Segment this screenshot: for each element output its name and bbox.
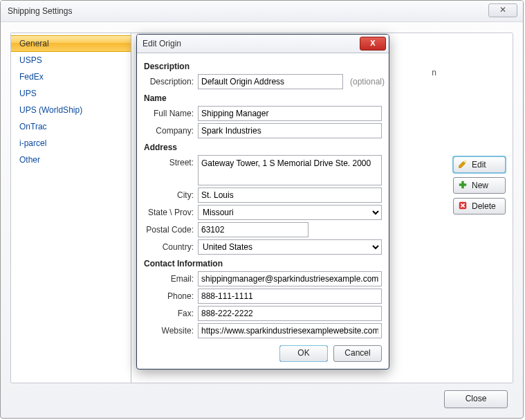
sidebar-item-ups[interactable]: UPS — [11, 85, 131, 102]
edit-button-label: Edit — [472, 160, 486, 170]
window-titlebar: Shipping Settings ✕ — [1, 1, 523, 22]
plus-icon — [458, 180, 468, 192]
delete-button[interactable]: Delete — [453, 198, 506, 214]
new-button[interactable]: New — [453, 177, 506, 194]
dialog-buttons: OK Cancel — [144, 345, 382, 362]
fullname-label: Full Name: — [144, 109, 194, 118]
sidebar-item-general[interactable]: General — [11, 35, 131, 52]
state-label: State \ Prov: — [144, 208, 194, 217]
website-label: Website: — [144, 326, 194, 336]
phone-input[interactable] — [198, 289, 382, 304]
svg-rect-1 — [459, 183, 467, 186]
edit-origin-dialog: Edit Origin X Description Description: (… — [136, 34, 389, 369]
fullname-input[interactable] — [198, 106, 382, 121]
dialog-body: Description Description: (optional) Name… — [137, 53, 389, 369]
city-label: City: — [144, 190, 194, 200]
sidebar-item-ups-worldship[interactable]: UPS (WorldShip) — [11, 102, 131, 118]
company-label: Company: — [144, 126, 194, 136]
close-button[interactable]: Close — [444, 390, 508, 408]
email-label: Email: — [144, 274, 194, 284]
fax-label: Fax: — [144, 309, 194, 318]
dialog-titlebar: Edit Origin X — [137, 35, 389, 53]
dialog-close-button[interactable]: X — [360, 37, 386, 51]
optional-text: (optional) — [350, 77, 385, 86]
shipping-settings-window: Shipping Settings ✕ General USPS FedEx U… — [0, 0, 524, 419]
city-input[interactable] — [198, 188, 382, 203]
delete-button-label: Delete — [472, 201, 496, 211]
country-select[interactable]: United States — [198, 239, 382, 255]
street-label: Street: — [144, 155, 194, 167]
pencil-icon — [458, 159, 468, 171]
postal-label: Postal Code: — [144, 225, 194, 235]
section-address-title: Address — [144, 143, 382, 152]
sidebar: General USPS FedEx UPS UPS (WorldShip) O… — [11, 33, 131, 383]
section-description-title: Description — [144, 62, 382, 71]
section-name-title: Name — [144, 93, 382, 103]
delete-icon — [458, 201, 468, 212]
country-label: Country: — [144, 242, 194, 252]
sidebar-item-fedex[interactable]: FedEx — [11, 69, 131, 85]
description-label: Description: — [144, 77, 194, 86]
cancel-button[interactable]: Cancel — [333, 345, 382, 362]
ok-button[interactable]: OK — [279, 345, 328, 362]
fax-input[interactable] — [198, 306, 382, 321]
origin-actions: Edit New Delete — [453, 156, 506, 214]
sidebar-item-iparcel[interactable]: i-parcel — [11, 135, 131, 152]
postal-input[interactable] — [198, 222, 308, 237]
sidebar-item-ontrac[interactable]: OnTrac — [11, 118, 131, 135]
description-input[interactable] — [198, 74, 343, 89]
state-select[interactable]: Missouri — [198, 205, 382, 220]
phone-label: Phone: — [144, 291, 194, 301]
edit-button[interactable]: Edit — [453, 156, 506, 173]
window-title: Shipping Settings — [8, 6, 72, 16]
website-input[interactable] — [198, 323, 382, 338]
section-contact-title: Contact Information — [144, 259, 382, 268]
email-input[interactable] — [198, 271, 382, 286]
sidebar-item-other[interactable]: Other — [11, 152, 131, 168]
dialog-title: Edit Origin — [142, 39, 181, 48]
new-button-label: New — [472, 181, 488, 190]
company-input[interactable] — [198, 123, 382, 138]
sidebar-item-usps[interactable]: USPS — [11, 52, 131, 69]
street-input[interactable] — [198, 155, 382, 185]
window-close-button[interactable]: ✕ — [488, 3, 517, 17]
background-text: n — [432, 68, 436, 77]
